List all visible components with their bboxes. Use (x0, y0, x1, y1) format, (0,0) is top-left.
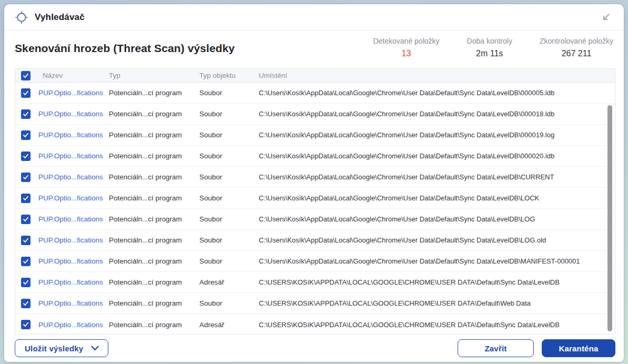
chevron-down-icon (90, 345, 99, 351)
arrow-down-left-collapse-icon (601, 12, 611, 23)
checkmark-icon (22, 237, 29, 244)
table-row[interactable]: PUP.Optio...fications Potenciáln...cí pr… (15, 230, 615, 251)
collapse-window-button[interactable] (599, 10, 613, 25)
checkmark-icon (22, 216, 29, 223)
table-row[interactable]: PUP.Optio...fications Potenciáln...cí pr… (15, 314, 615, 335)
row-checkbox[interactable] (21, 215, 31, 224)
table-row[interactable]: PUP.Optio...fications Potenciáln...cí pr… (15, 83, 615, 104)
checkmark-icon (22, 89, 29, 97)
threat-object-type: Soubor (199, 152, 259, 160)
table-row[interactable]: PUP.Optio...fications Potenciáln...cí pr… (15, 167, 615, 188)
row-checkbox[interactable] (21, 109, 31, 119)
threat-object-type: Adresář (199, 321, 259, 329)
threat-type: Potenciáln...cí program (109, 89, 199, 97)
stat-label: Detekované položky (373, 37, 439, 45)
threat-type: Potenciáln...cí program (109, 194, 199, 202)
save-results-button[interactable]: Uložit výsledky (15, 339, 108, 357)
checkmark-icon (22, 300, 29, 307)
threat-object-type: Soubor (199, 89, 259, 97)
table-row[interactable]: PUP.Optio...fications Potenciáln...cí pr… (15, 104, 615, 125)
stat-scan-time: Doba kontroly 2m 11s (467, 37, 512, 68)
threat-name-link[interactable]: PUP.Optio...fications (38, 321, 109, 329)
checkmark-icon (22, 279, 29, 286)
threat-object-type: Soubor (199, 110, 259, 118)
column-header-location[interactable]: Umístění (259, 72, 615, 79)
threat-location: C:\USERS\KOSíK\APPDATA\LOCAL\GOOGLE\CHRO… (259, 321, 615, 329)
row-checkbox[interactable] (21, 151, 31, 161)
threat-location: C:\Users\Kosík\AppData\Local\Google\Chro… (259, 236, 615, 244)
threat-name-link[interactable]: PUP.Optio...fications (38, 173, 109, 181)
scan-stats: Detekované položky 13 Doba kontroly 2m 1… (373, 36, 613, 68)
threat-name-link[interactable]: PUP.Optio...fications (38, 110, 109, 118)
stat-label: Doba kontroly (467, 37, 512, 45)
scrollbar-thumb[interactable] (607, 105, 612, 331)
threat-type: Potenciáln...cí program (109, 215, 199, 223)
threat-object-type: Soubor (199, 131, 259, 139)
checkmark-icon (22, 321, 29, 328)
threat-object-type: Soubor (199, 215, 259, 223)
threat-name-link[interactable]: PUP.Optio...fications (38, 257, 109, 265)
column-header-object-type[interactable]: Typ objektu (199, 72, 259, 79)
row-checkbox[interactable] (21, 88, 31, 98)
row-checkbox[interactable] (21, 257, 31, 266)
scanner-results-window: Vyhledávač Skenování hrozeb (Threat Scan… (4, 4, 624, 362)
quarantine-button-label: Karanténa (559, 344, 598, 353)
row-checkbox[interactable] (21, 278, 31, 287)
table-row[interactable]: PUP.Optio...fications Potenciáln...cí pr… (15, 146, 615, 167)
table-row[interactable]: PUP.Optio...fications Potenciáln...cí pr… (15, 188, 615, 209)
checkmark-icon (22, 153, 29, 160)
threat-type: Potenciáln...cí program (109, 152, 199, 160)
threat-name-link[interactable]: PUP.Optio...fications (38, 152, 109, 160)
save-results-label: Uložit výsledky (25, 344, 83, 353)
threat-type: Potenciáln...cí program (109, 110, 199, 118)
row-checkbox[interactable] (21, 130, 31, 140)
stat-detected-items: Detekované položky 13 (373, 37, 439, 68)
row-checkbox[interactable] (21, 173, 31, 182)
select-all-checkbox[interactable] (21, 71, 31, 80)
checkmark-icon (22, 110, 29, 118)
column-header-type[interactable]: Typ (109, 72, 199, 79)
checkmark-icon (22, 174, 29, 181)
threat-type: Potenciáln...cí program (109, 299, 199, 307)
close-button-label: Zavřít (484, 344, 507, 353)
threat-object-type: Soubor (199, 194, 259, 202)
row-checkbox[interactable] (21, 236, 31, 245)
row-checkbox[interactable] (21, 299, 31, 308)
threat-location: C:\Users\Kosík\AppData\Local\Google\Chro… (259, 89, 615, 97)
table-row[interactable]: PUP.Optio...fications Potenciáln...cí pr… (15, 125, 615, 146)
table-row[interactable]: PUP.Optio...fications Potenciáln...cí pr… (15, 251, 615, 272)
stat-value-time: 2m 11s (467, 49, 512, 58)
threat-name-link[interactable]: PUP.Optio...fications (38, 215, 109, 223)
window-title: Vyhledávač (35, 12, 85, 23)
stat-label: Zkontrolované položky (540, 37, 613, 45)
row-checkbox[interactable] (21, 320, 31, 329)
threat-location: C:\Users\Kosík\AppData\Local\Google\Chro… (259, 194, 615, 202)
threat-location: C:\Users\Kosík\AppData\Local\Google\Chro… (259, 257, 615, 265)
quarantine-button[interactable]: Karanténa (542, 339, 615, 357)
threat-name-link[interactable]: PUP.Optio...fications (38, 131, 109, 139)
column-header-name[interactable]: Název (38, 72, 109, 79)
threat-location: C:\Users\Kosík\AppData\Local\Google\Chro… (259, 173, 615, 181)
row-checkbox[interactable] (21, 194, 31, 203)
table-row[interactable]: PUP.Optio...fications Potenciáln...cí pr… (15, 209, 615, 230)
page-title: Skenování hrozeb (Threat Scan) výsledky (15, 42, 235, 68)
title-bar: Vyhledávač (4, 4, 624, 31)
table-row[interactable]: PUP.Optio...fications Potenciáln...cí pr… (15, 293, 615, 314)
threat-name-link[interactable]: PUP.Optio...fications (38, 299, 109, 307)
threat-type: Potenciáln...cí program (109, 321, 199, 329)
checkmark-icon (22, 258, 29, 265)
stat-scanned-items: Zkontrolované položky 267 211 (540, 37, 613, 68)
threat-name-link[interactable]: PUP.Optio...fications (38, 89, 109, 97)
checkmark-icon (22, 72, 29, 79)
threat-type: Potenciáln...cí program (109, 173, 199, 181)
table-header-row: Název Typ Typ objektu Umístění (15, 69, 615, 83)
threat-object-type: Soubor (199, 299, 259, 307)
threat-location: C:\USERS\KOSíK\APPDATA\LOCAL\GOOGLE\CHRO… (259, 299, 615, 307)
table-row[interactable]: PUP.Optio...fications Potenciáln...cí pr… (15, 272, 615, 293)
results-header: Skenování hrozeb (Threat Scan) výsledky … (4, 31, 624, 68)
close-button[interactable]: Zavřít (458, 339, 534, 357)
threat-name-link[interactable]: PUP.Optio...fications (38, 194, 109, 202)
stat-value-detected: 13 (373, 49, 439, 58)
threat-name-link[interactable]: PUP.Optio...fications (38, 236, 109, 244)
threat-name-link[interactable]: PUP.Optio...fications (38, 278, 109, 286)
